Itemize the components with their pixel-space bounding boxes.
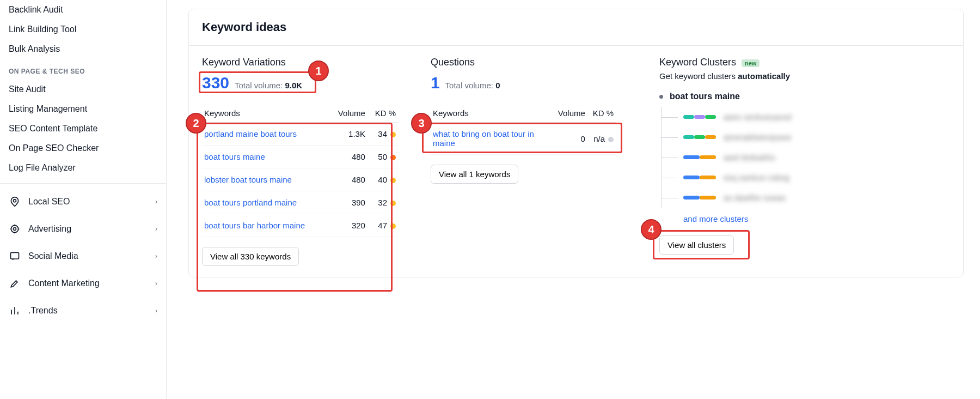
sidebar-link-link-building[interactable]: Link Building Tool bbox=[0, 20, 166, 39]
questions-title: Questions bbox=[431, 57, 659, 68]
cluster-pill-icon bbox=[683, 115, 716, 119]
keyword-link[interactable]: what to bring on boat tour in maine bbox=[433, 129, 536, 148]
keyword-link[interactable]: lobster boat tours maine bbox=[204, 175, 292, 184]
main-content: Keyword ideas Keyword Variations 1 330 T… bbox=[167, 0, 980, 399]
variations-volume-label: Total volume: 9.0K bbox=[235, 81, 302, 90]
table-row: boat tours maine 480 50 bbox=[202, 146, 398, 168]
cluster-item-label: qmenaklwenqvaxe bbox=[724, 132, 791, 142]
more-clusters-link[interactable]: and more clusters bbox=[683, 214, 748, 223]
volume-cell: 0 bbox=[552, 123, 587, 155]
sidebar-link-bulk-analysis[interactable]: Bulk Analysis bbox=[0, 39, 166, 59]
questions-section: Questions 1 Total volume: 0 3 Keywords bbox=[431, 57, 659, 266]
new-badge: new bbox=[742, 59, 759, 67]
kd-cell: 50 bbox=[367, 146, 398, 168]
table-row: lobster boat tours maine 480 40 bbox=[202, 168, 398, 191]
chevron-right-icon: › bbox=[155, 225, 157, 233]
keyword-variations-section: Keyword Variations 1 330 Total volume: 9… bbox=[202, 57, 431, 266]
variations-table: Keywords Volume KD % portland maine boat… bbox=[202, 104, 398, 237]
sidebar-section-heading: ON PAGE & TECH SEO bbox=[0, 59, 166, 80]
keyword-ideas-card: Keyword ideas Keyword Variations 1 330 T… bbox=[188, 9, 964, 277]
view-all-variations-button[interactable]: View all 330 keywords bbox=[202, 247, 299, 266]
questions-volume-label: Total volume: 0 bbox=[445, 81, 500, 90]
sidebar-group-local-seo[interactable]: Local SEO › bbox=[0, 188, 166, 215]
difficulty-dot-icon bbox=[390, 178, 396, 183]
cluster-list: aeex senkuesaxxdqmenaklwenqvaxeawd dxdsa… bbox=[661, 107, 950, 208]
clusters-subtitle: Get keyword clusters automatically bbox=[659, 71, 950, 81]
cluster-pill-icon bbox=[683, 155, 716, 159]
chat-icon bbox=[9, 250, 21, 262]
cluster-root-label: boat tours maine bbox=[670, 92, 740, 101]
cluster-pill-icon bbox=[683, 135, 716, 139]
keyword-link[interactable]: portland maine boat tours bbox=[204, 129, 297, 138]
sidebar-group-label: Content Marketing bbox=[28, 279, 100, 288]
clusters-title: Keyword Clusters bbox=[659, 57, 736, 68]
sidebar-group-trends[interactable]: .Trends › bbox=[0, 297, 166, 324]
sidebar-group-label: Advertising bbox=[28, 224, 71, 234]
chevron-right-icon: › bbox=[155, 280, 157, 287]
cluster-pill-icon bbox=[683, 176, 716, 179]
kd-cell: 34 bbox=[367, 123, 398, 146]
cluster-item-label: awd dxdsakhs bbox=[724, 153, 775, 162]
sidebar-link-site-audit[interactable]: Site Audit bbox=[0, 80, 166, 99]
col-kd: KD % bbox=[367, 104, 398, 123]
sidebar: Backlink Audit Link Building Tool Bulk A… bbox=[0, 0, 167, 399]
bars-icon bbox=[9, 305, 21, 317]
keyword-link[interactable]: boat tours bar harbor maine bbox=[204, 221, 305, 230]
cluster-item[interactable]: as dawthe sxwax bbox=[683, 188, 950, 208]
keyword-link[interactable]: boat tours portland maine bbox=[204, 198, 297, 207]
volume-cell: 480 bbox=[329, 146, 367, 168]
root-dot-icon bbox=[659, 95, 663, 99]
cluster-item[interactable]: esq xankue cxbng bbox=[683, 167, 950, 188]
chevron-right-icon: › bbox=[155, 252, 157, 260]
svg-rect-3 bbox=[11, 252, 19, 259]
chevron-right-icon: › bbox=[155, 307, 157, 315]
cluster-item-label: esq xankue cxbng bbox=[724, 173, 789, 182]
questions-table: Keywords Volume KD % what to bring on bo… bbox=[431, 104, 616, 155]
volume-cell: 1.3K bbox=[329, 123, 367, 146]
pencil-icon bbox=[9, 277, 21, 289]
cluster-item[interactable]: aeex senkuesaxxd bbox=[683, 107, 950, 127]
sidebar-group-advertising[interactable]: Advertising › bbox=[0, 215, 166, 243]
questions-count: 1 bbox=[431, 74, 440, 92]
cluster-item-label: aeex senkuesaxxd bbox=[724, 112, 791, 122]
col-keywords: Keywords bbox=[202, 104, 329, 123]
variations-count: 330 bbox=[202, 74, 229, 92]
sidebar-group-label: Social Media bbox=[28, 251, 78, 261]
cluster-item-label: as dawthe sxwax bbox=[724, 193, 786, 202]
keyword-clusters-section: Keyword Clusters new Get keyword cluster… bbox=[659, 57, 950, 266]
kd-cell: n/a bbox=[587, 123, 616, 155]
pin-icon bbox=[9, 196, 21, 208]
table-row: what to bring on boat tour in maine 0 n/… bbox=[431, 123, 616, 155]
sidebar-link-listing-mgmt[interactable]: Listing Management bbox=[0, 99, 166, 119]
table-row: boat tours portland maine 390 32 bbox=[202, 191, 398, 214]
sidebar-link-log-analyzer[interactable]: Log File Analyzer bbox=[0, 158, 166, 178]
col-volume: Volume bbox=[552, 104, 587, 123]
sidebar-group-content-marketing[interactable]: Content Marketing › bbox=[0, 270, 166, 297]
volume-cell: 390 bbox=[329, 191, 367, 214]
difficulty-dot-icon bbox=[390, 223, 396, 229]
view-all-clusters-button[interactable]: View all clusters bbox=[659, 235, 734, 255]
volume-cell: 480 bbox=[329, 168, 367, 191]
sidebar-link-content-template[interactable]: SEO Content Template bbox=[0, 119, 166, 138]
kd-cell: 47 bbox=[367, 214, 398, 237]
svg-point-1 bbox=[11, 225, 18, 232]
difficulty-dot-icon bbox=[608, 137, 614, 142]
cluster-pill-icon bbox=[683, 196, 716, 200]
svg-point-0 bbox=[14, 200, 16, 202]
cluster-item[interactable]: qmenaklwenqvaxe bbox=[683, 127, 950, 147]
difficulty-dot-icon bbox=[390, 201, 396, 206]
target-icon bbox=[9, 223, 21, 235]
sidebar-link-onpage-checker[interactable]: On Page SEO Checker bbox=[0, 138, 166, 158]
sidebar-group-label: Local SEO bbox=[28, 197, 70, 207]
table-row: boat tours bar harbor maine 320 47 bbox=[202, 214, 398, 237]
cluster-item[interactable]: awd dxdsakhs bbox=[683, 147, 950, 167]
card-title: Keyword ideas bbox=[189, 9, 963, 46]
sidebar-link-backlink-audit[interactable]: Backlink Audit bbox=[0, 0, 166, 20]
svg-point-2 bbox=[14, 228, 16, 231]
cluster-root[interactable]: boat tours maine bbox=[659, 92, 950, 101]
keyword-link[interactable]: boat tours maine bbox=[204, 152, 265, 161]
sidebar-group-label: .Trends bbox=[28, 306, 58, 316]
view-all-questions-button[interactable]: View all 1 keywords bbox=[431, 165, 518, 184]
sidebar-group-social-media[interactable]: Social Media › bbox=[0, 243, 166, 270]
difficulty-dot-icon bbox=[390, 132, 396, 137]
